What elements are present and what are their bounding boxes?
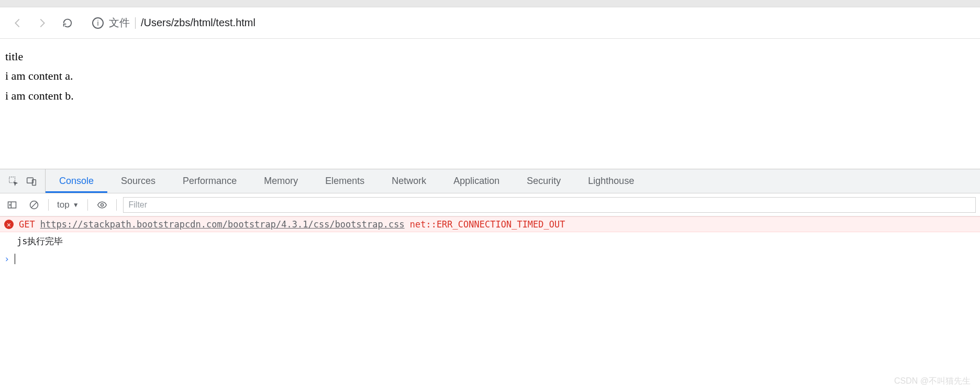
tab-label: Console	[59, 176, 94, 187]
toolbar-separator	[116, 199, 117, 211]
prompt-chevron-icon: ›	[4, 254, 9, 264]
live-expression-icon[interactable]	[94, 197, 110, 213]
input-caret	[15, 254, 15, 264]
browser-toolbar: i 文件 /Users/zbs/html/test.html	[0, 7, 980, 39]
tab-elements[interactable]: Elements	[311, 169, 378, 193]
toolbar-separator	[48, 199, 49, 211]
console-log-row[interactable]: js执行完毕	[0, 232, 980, 251]
svg-rect-3	[8, 202, 16, 208]
filter-placeholder: Filter	[129, 200, 148, 210]
forward-button[interactable]	[35, 15, 50, 31]
dropdown-triangle-icon: ▼	[73, 201, 79, 209]
tab-performance[interactable]: Performance	[169, 169, 250, 193]
tab-network[interactable]: Network	[378, 169, 440, 193]
tab-lighthouse[interactable]: Lighthouse	[574, 169, 648, 193]
toolbar-separator	[87, 199, 88, 211]
tab-application[interactable]: Application	[440, 169, 513, 193]
page-text-line: i am content a.	[5, 66, 975, 85]
context-label: top	[57, 200, 70, 210]
page-text-line: i am content b.	[5, 86, 975, 105]
console-error-row[interactable]: ✕ GET https://stackpath.bootstrapcdn.com…	[0, 216, 980, 232]
toggle-console-sidebar-icon[interactable]	[4, 197, 20, 213]
tab-memory[interactable]: Memory	[250, 169, 311, 193]
address-separator	[135, 17, 136, 29]
log-text: js执行完毕	[17, 236, 63, 246]
tab-label: Memory	[264, 176, 298, 187]
tab-sources[interactable]: Sources	[107, 169, 169, 193]
tab-label: Lighthouse	[588, 176, 634, 187]
svg-point-7	[101, 203, 103, 206]
address-scheme-label: 文件	[109, 16, 130, 30]
error-url[interactable]: https://stackpath.bootstrapcdn.com/boots…	[40, 219, 405, 230]
console-toolbar: top ▼ Filter	[0, 193, 980, 216]
page-body: title i am content a. i am content b.	[0, 39, 980, 169]
address-bar[interactable]: i 文件 /Users/zbs/html/test.html	[85, 13, 971, 34]
browser-tab-strip	[0, 0, 980, 7]
tab-security[interactable]: Security	[513, 169, 574, 193]
watermark-text: CSDN @不叫猫先生	[894, 376, 971, 387]
tab-label: Elements	[325, 176, 364, 187]
tab-label: Network	[392, 176, 426, 187]
tab-label: Performance	[183, 176, 237, 187]
tab-label: Security	[527, 176, 561, 187]
error-status: net::ERR_CONNECTION_TIMED_OUT	[410, 219, 565, 230]
clear-console-icon[interactable]	[26, 197, 42, 213]
device-toggle-icon[interactable]	[26, 176, 37, 187]
devtools-panel: Console Sources Performance Memory Eleme…	[0, 169, 980, 267]
site-info-icon[interactable]: i	[92, 17, 104, 29]
inspect-element-icon[interactable]	[8, 176, 19, 187]
console-message-list: ✕ GET https://stackpath.bootstrapcdn.com…	[0, 216, 980, 267]
tab-console[interactable]: Console	[46, 169, 107, 193]
address-path: /Users/zbs/html/test.html	[141, 17, 255, 29]
reload-button[interactable]	[60, 15, 75, 31]
error-icon: ✕	[4, 220, 14, 229]
tab-label: Application	[453, 176, 499, 187]
svg-line-6	[31, 202, 37, 208]
back-button[interactable]	[9, 15, 25, 31]
error-method: GET	[19, 219, 35, 230]
console-filter-input[interactable]: Filter	[123, 197, 976, 213]
page-text-line: title	[5, 47, 975, 66]
devtools-tab-list: Console Sources Performance Memory Eleme…	[46, 169, 648, 193]
devtools-tab-bar: Console Sources Performance Memory Eleme…	[0, 169, 980, 193]
execution-context-selector[interactable]: top ▼	[55, 200, 81, 210]
tab-label: Sources	[121, 176, 155, 187]
console-input-row[interactable]: ›	[0, 251, 980, 267]
